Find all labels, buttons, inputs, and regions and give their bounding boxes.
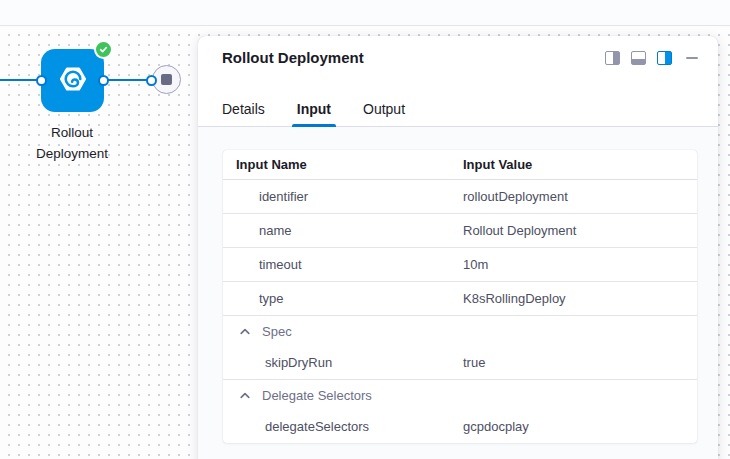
rollout-deployment-node[interactable] <box>41 49 104 112</box>
input-value-cell: K8sRollingDeploy <box>463 291 684 306</box>
k8s-rolling-deploy-icon <box>58 64 88 98</box>
node-output-port <box>98 75 109 86</box>
chevron-up-icon[interactable] <box>240 328 250 335</box>
panel-header: Rollout Deployment <box>198 36 718 67</box>
table-row: identifierrolloutDeployment <box>223 180 697 214</box>
input-name-cell: type <box>236 291 463 306</box>
node-input-port <box>36 75 47 86</box>
column-header-input-value: Input Value <box>463 157 684 172</box>
group-label: Delegate Selectors <box>262 388 372 403</box>
panel-tabs: DetailsInputOutput <box>198 101 718 127</box>
input-name-cell: name <box>236 223 463 238</box>
dock-right-small-icon[interactable] <box>605 51 620 65</box>
group-row: Spec <box>223 316 697 346</box>
table-row: delegateSelectorsgcpdocplay <box>223 410 697 443</box>
tab-input[interactable]: Input <box>297 101 331 126</box>
input-value-cell: rolloutDeployment <box>463 189 684 204</box>
group-label: Spec <box>262 324 292 339</box>
input-name-cell: skipDryRun <box>236 355 463 370</box>
node-label: Rollout Deployment <box>22 122 122 164</box>
input-name-cell: timeout <box>236 257 463 272</box>
table-header-row: Input NameInput Value <box>223 150 697 180</box>
tab-details[interactable]: Details <box>222 101 265 126</box>
group-row: Delegate Selectors <box>223 380 697 410</box>
success-check-icon <box>94 40 113 59</box>
input-table: Input NameInput ValueidentifierrolloutDe… <box>223 150 697 443</box>
input-value-cell: gcpdocplay <box>463 419 684 434</box>
pipeline-editor: Rollout Deployment Rollout Deployment De… <box>0 0 730 459</box>
input-value-cell: 10m <box>463 257 684 272</box>
panel-body: Input NameInput ValueidentifierrolloutDe… <box>198 127 718 459</box>
input-name-cell: delegateSelectors <box>236 419 463 434</box>
dock-bottom-icon[interactable] <box>631 51 646 65</box>
minimize-button[interactable] <box>686 57 698 60</box>
table-row: skipDryRuntrue <box>223 346 697 380</box>
input-value-cell: Rollout Deployment <box>463 223 684 238</box>
stop-square-icon <box>161 74 172 85</box>
panel-title: Rollout Deployment <box>222 49 364 67</box>
step-details-panel: Rollout Deployment DetailsInputOutput In… <box>198 36 718 459</box>
chevron-up-icon[interactable] <box>240 392 250 399</box>
column-header-input-name: Input Name <box>236 157 463 172</box>
canvas-toolbar <box>0 0 730 26</box>
tab-output[interactable]: Output <box>363 101 405 126</box>
stop-node-port <box>146 75 157 86</box>
table-row: typeK8sRollingDeploy <box>223 282 697 316</box>
dock-right-large-icon[interactable] <box>657 51 672 65</box>
panel-layout-controls <box>605 49 698 65</box>
table-row: nameRollout Deployment <box>223 214 697 248</box>
input-value-cell: true <box>463 355 684 370</box>
table-row: timeout10m <box>223 248 697 282</box>
input-name-cell: identifier <box>236 189 463 204</box>
